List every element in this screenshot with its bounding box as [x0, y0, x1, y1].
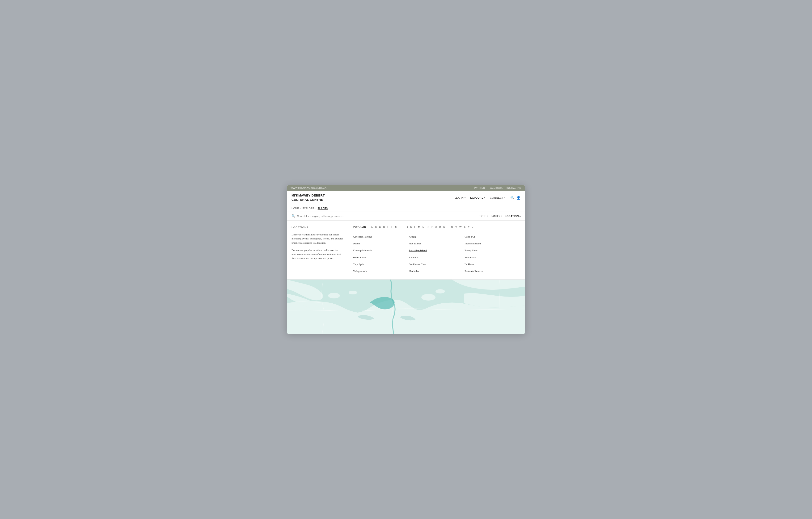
chevron-up-icon: ▴ [520, 215, 521, 217]
list-item[interactable]: Five Islands [409, 240, 465, 247]
filter-family[interactable]: FAMILY ▾ [491, 215, 502, 217]
alpha-S[interactable]: S [442, 225, 446, 229]
list-item[interactable]: Malagawatch [353, 268, 409, 274]
chevron-down-icon: ▾ [501, 215, 502, 217]
chevron-down-icon: ▾ [487, 215, 488, 217]
alpha-I[interactable]: I [403, 225, 406, 229]
alpha-H[interactable]: H [398, 225, 403, 229]
breadcrumb-explore[interactable]: EXPLORE [302, 207, 314, 210]
instagram-link[interactable]: INSTAGRAM [506, 187, 521, 189]
user-icon[interactable]: 👤 [516, 195, 521, 200]
alpha-T[interactable]: T [446, 225, 450, 229]
sidebar: LOCATIONS Discover relationships surroun… [287, 220, 348, 279]
search-icon[interactable]: 🔍 [510, 195, 514, 200]
alpha-M[interactable]: M [417, 225, 422, 229]
search-bar: 🔍 TYPE ▾ FAMILY ▾ LOCATION ▴ [287, 212, 525, 220]
svg-point-1 [328, 293, 340, 299]
alpha-C[interactable]: C [378, 225, 382, 229]
sidebar-text1: Discover relationships surrounding our p… [291, 233, 343, 245]
nav-icons: 🔍 👤 [510, 195, 521, 200]
breadcrumb-sep2: / [316, 207, 316, 210]
sidebar-text2: Browse our popular locations to discover… [291, 248, 343, 261]
alpha-Z[interactable]: Z [471, 225, 475, 229]
alpha-Y[interactable]: Y [467, 225, 471, 229]
chevron-down-icon: ▾ [484, 197, 485, 199]
search-input-wrap: 🔍 [291, 214, 479, 218]
list-item[interactable]: Île Haute [465, 261, 521, 268]
location-column-1: Advocate Harbour Debert Kluskap Mountain… [353, 234, 409, 275]
alpha-Q[interactable]: Q [434, 225, 438, 229]
alpha-L[interactable]: L [413, 225, 417, 229]
list-item-partridge-island[interactable]: Partridge Island [409, 247, 465, 253]
alpha-F[interactable]: F [390, 225, 394, 229]
filter-type[interactable]: TYPE ▾ [479, 215, 488, 217]
logo: MI'KMAWEY DEBERT CULTURAL CENTRE [291, 193, 325, 202]
alpha-O[interactable]: O [425, 225, 430, 229]
list-item[interactable]: Toney River [465, 247, 521, 253]
list-item[interactable]: Bear River [465, 254, 521, 261]
social-links: TWITTER FACEBOOK INSTAGRAM [474, 187, 521, 189]
nav-learn[interactable]: LEARN ▾ [453, 195, 467, 200]
alpha-R[interactable]: R [438, 225, 442, 229]
list-item[interactable]: Manitoba [409, 268, 465, 274]
list-item[interactable]: Wreck Cove [353, 254, 409, 261]
location-column-3: Cape d'Or Ingonish Island Toney River Be… [465, 234, 521, 275]
main-content: LOCATIONS Discover relationships surroun… [287, 220, 525, 280]
browser-window: WWW.MIKMAWEYDEBERT.CA TWITTER FACEBOOK I… [287, 185, 525, 334]
search-icon: 🔍 [291, 214, 295, 218]
list-item[interactable]: Kluskap Mountain [353, 247, 409, 253]
list-item[interactable]: Cape d'Or [465, 234, 521, 240]
alpha-W[interactable]: W [458, 225, 463, 229]
nav-explore[interactable]: EXPLORE ▾ [468, 195, 487, 200]
breadcrumb: HOME / EXPLORE / PLACES [287, 205, 525, 212]
list-item[interactable]: Ponhook Reserve [465, 268, 521, 274]
search-input[interactable] [297, 215, 479, 217]
alpha-G[interactable]: G [394, 225, 398, 229]
facebook-link[interactable]: FACEBOOK [489, 187, 503, 189]
twitter-link[interactable]: TWITTER [474, 187, 485, 189]
list-item[interactable]: Davidson's Cave [409, 261, 465, 268]
list-item[interactable]: Ingonish Island [465, 240, 521, 247]
map-area[interactable] [287, 280, 525, 334]
website-url: WWW.MIKMAWEYDEBERT.CA [291, 187, 326, 189]
breadcrumb-home[interactable]: HOME [291, 207, 299, 210]
alpha-N[interactable]: N [422, 225, 426, 229]
main-nav: LEARN ▾ EXPLORE ▾ CONNECT ▾ 🔍 👤 [453, 195, 521, 200]
alphabet-row: POPULAR A B C D E F G H I J K L M N O P … [353, 225, 521, 229]
header: MI'KMAWEY DEBERT CULTURAL CENTRE LEARN ▾… [287, 191, 525, 205]
svg-point-3 [422, 294, 436, 301]
alpha-J[interactable]: J [406, 225, 409, 229]
alpha-B[interactable]: B [374, 225, 378, 229]
logo-line1: MI'KMAWEY DEBERT [291, 194, 325, 197]
alpha-D[interactable]: D [382, 225, 386, 229]
locations-grid: Advocate Harbour Debert Kluskap Mountain… [353, 234, 521, 275]
sidebar-title: LOCATIONS [291, 226, 343, 229]
top-bar: WWW.MIKMAWEYDEBERT.CA TWITTER FACEBOOK I… [287, 185, 525, 191]
list-item[interactable]: Blomidon [409, 254, 465, 261]
alpha-U[interactable]: U [450, 225, 455, 229]
location-column-2: Arisaig Five Islands Partridge Island Bl… [409, 234, 465, 275]
locations-panel: POPULAR A B C D E F G H I J K L M N O P … [348, 220, 525, 279]
alpha-X[interactable]: X [463, 225, 467, 229]
breadcrumb-current: PLACES [318, 207, 328, 210]
filter-location[interactable]: LOCATION ▴ [505, 215, 521, 217]
breadcrumb-sep1: / [300, 207, 301, 210]
alpha-A[interactable]: A [370, 225, 374, 229]
list-item[interactable]: Advocate Harbour [353, 234, 409, 240]
logo-line2: CULTURAL CENTRE [291, 198, 323, 202]
svg-point-4 [436, 289, 445, 294]
alpha-P[interactable]: P [430, 225, 434, 229]
alpha-K[interactable]: K [409, 225, 413, 229]
list-item[interactable]: Cape Split [353, 261, 409, 268]
list-item[interactable]: Arisaig [409, 234, 465, 240]
filter-controls: TYPE ▾ FAMILY ▾ LOCATION ▴ [479, 215, 521, 217]
nav-connect[interactable]: CONNECT ▾ [488, 195, 507, 200]
alpha-V[interactable]: V [454, 225, 458, 229]
chevron-down-icon: ▾ [465, 197, 466, 199]
popular-label[interactable]: POPULAR [353, 225, 366, 228]
list-item[interactable]: Debert [353, 240, 409, 247]
alpha-E[interactable]: E [386, 225, 390, 229]
map-svg [287, 280, 525, 334]
svg-point-2 [349, 291, 357, 295]
chevron-down-icon: ▾ [504, 197, 505, 199]
